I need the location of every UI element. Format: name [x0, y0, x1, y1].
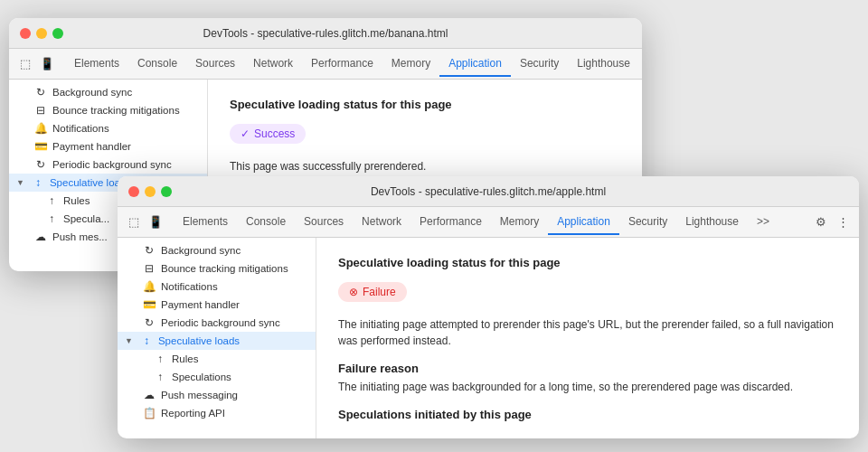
traffic-lights-2	[128, 186, 172, 197]
title-bar-2: DevTools - speculative-rules.glitch.me/a…	[118, 176, 859, 207]
sidebar-label-bounce-1: Bounce tracking mitigations	[52, 105, 180, 116]
toolbar-icons-1: ⬚ 📱	[16, 55, 56, 73]
tab-lighthouse-1[interactable]: Lighthouse	[568, 52, 639, 77]
section-title-2: Speculative loading status for this page	[338, 256, 837, 269]
bounce-icon-1: ⊟	[34, 104, 47, 117]
sidebar-item-background-sync-1[interactable]: ↻ Background sync	[9, 83, 207, 101]
tab-performance-2[interactable]: Performance	[410, 210, 491, 235]
tab-more-2[interactable]: >>	[748, 210, 778, 235]
tab-application-2[interactable]: Application	[548, 210, 619, 235]
tab-network-1[interactable]: Network	[244, 52, 302, 77]
device-icon[interactable]: 📱	[38, 55, 56, 73]
tab-console-1[interactable]: Console	[128, 52, 186, 77]
speculations-icon-1: ↑	[45, 212, 58, 225]
tab-sources-1[interactable]: Sources	[186, 52, 244, 77]
payment-icon-1: 💳	[34, 140, 47, 153]
tab-elements-1[interactable]: Elements	[65, 52, 128, 77]
bounce-icon-2: ⊟	[143, 262, 156, 275]
sidebar-item-periodic-2[interactable]: ↻ Periodic background sync	[118, 314, 316, 332]
sidebar-item-bounce-1[interactable]: ⊟ Bounce tracking mitigations	[9, 101, 207, 119]
devtools-body-2: ↻ Background sync ⊟ Bounce tracking miti…	[118, 238, 859, 438]
sidebar-item-speculations-2[interactable]: ↑ Speculations	[118, 368, 316, 386]
sidebar-item-notifications-2[interactable]: 🔔 Notifications	[118, 278, 316, 296]
maximize-button-1[interactable]	[52, 28, 63, 39]
minimize-button-1[interactable]	[36, 28, 47, 39]
failure-reason-title: Failure reason	[338, 362, 837, 375]
sidebar-item-notifications-1[interactable]: 🔔 Notifications	[9, 119, 207, 137]
rules-icon-2: ↑	[154, 353, 166, 365]
devtools-toolbar-2: ⬚ 📱 Elements Console Sources Network Per…	[118, 207, 859, 238]
push-icon-1: ☁	[34, 231, 47, 243]
sidebar-label-push-2: Push messaging	[161, 390, 238, 400]
sidebar-label-speculative-2: Speculative loads	[158, 335, 240, 346]
settings-icon-2[interactable]: ⚙	[812, 213, 830, 231]
sidebar-item-payment-2[interactable]: 💳 Payment handler	[118, 296, 316, 314]
push-icon-2: ☁	[143, 389, 156, 401]
arrow-icon-1: ▼	[16, 178, 24, 187]
devtools-toolbar-1: ⬚ 📱 Elements Console Sources Network Per…	[9, 49, 642, 80]
status-text-2: The initiating page attempted to prerend…	[338, 316, 837, 349]
sidebar-label-rules-1: Rules	[63, 195, 90, 206]
sidebar-label-periodic-2: Periodic background sync	[161, 317, 280, 328]
tab-memory-1[interactable]: Memory	[382, 52, 439, 77]
sidebar-item-rules-2[interactable]: ↑ Rules	[118, 350, 316, 368]
sidebar-item-speculative-2[interactable]: ▼ ↕ Speculative loads	[118, 332, 316, 350]
tab-elements-2[interactable]: Elements	[174, 210, 237, 235]
main-content-2: Speculative loading status for this page…	[316, 238, 859, 438]
status-badge-failure: ⊗ Failure	[338, 282, 407, 302]
speculations-icon-2: ↑	[154, 371, 166, 383]
maximize-button-2[interactable]	[161, 186, 172, 197]
tab-list-2: Elements Console Sources Network Perform…	[174, 210, 810, 235]
tab-memory-2[interactable]: Memory	[491, 210, 548, 235]
sidebar-label-bounce-2: Bounce tracking mitigations	[161, 263, 288, 274]
window-apple: DevTools - speculative-rules.glitch.me/a…	[118, 176, 859, 438]
tab-more-1[interactable]: >>	[639, 52, 642, 77]
toolbar-right-2: ⚙ ⋮	[812, 213, 852, 231]
arrow-icon-2: ▼	[125, 336, 133, 345]
rules-icon-1: ↑	[45, 194, 58, 207]
tab-console-2[interactable]: Console	[237, 210, 295, 235]
sidebar-item-push-2[interactable]: ☁ Push messaging	[118, 386, 316, 404]
tab-list-1: Elements Console Sources Network Perform…	[65, 52, 642, 77]
notifications-icon-1: 🔔	[34, 122, 47, 135]
close-button-2[interactable]	[128, 186, 139, 197]
tab-sources-2[interactable]: Sources	[295, 210, 353, 235]
failure-reason-text: The initiating page was backgrounded for…	[338, 381, 837, 393]
sidebar-item-payment-1[interactable]: 💳 Payment handler	[9, 137, 207, 155]
badge-icon-success: ✓	[241, 127, 250, 140]
toolbar-icons-2: ⬚ 📱	[125, 213, 165, 231]
inspect-icon-2[interactable]: ⬚	[125, 213, 143, 231]
tab-application-1[interactable]: Application	[439, 52, 511, 77]
sidebar-item-bounce-2[interactable]: ⊟ Bounce tracking mitigations	[118, 259, 316, 278]
badge-icon-failure: ⊗	[349, 286, 358, 298]
tab-security-2[interactable]: Security	[619, 210, 676, 235]
sidebar-label-notifications-2: Notifications	[161, 281, 218, 292]
sidebar-label-background-sync-2: Background sync	[161, 245, 241, 256]
reporting-icon-2: 📋	[143, 407, 156, 419]
device-icon-2[interactable]: 📱	[146, 213, 165, 231]
sync-icon-2: ↻	[143, 244, 156, 257]
speculations-title: Speculations initiated by this page	[338, 408, 837, 421]
sidebar-label-push-1: Push mes...	[52, 231, 108, 242]
sidebar-label-reporting-2: Reporting API	[161, 408, 225, 419]
more-options-icon-2[interactable]: ⋮	[834, 213, 852, 231]
minimize-button-2[interactable]	[145, 186, 156, 197]
tab-network-2[interactable]: Network	[353, 210, 410, 235]
sidebar-item-periodic-1[interactable]: ↻ Periodic background sync	[9, 155, 207, 174]
traffic-lights-1	[20, 28, 63, 39]
badge-label-success: Success	[254, 127, 295, 140]
sidebar-2: ↻ Background sync ⊟ Bounce tracking miti…	[118, 238, 316, 438]
sidebar-item-reporting-2[interactable]: 📋 Reporting API	[118, 404, 316, 422]
speculative-icon-1: ↕	[32, 176, 44, 189]
status-text-1: This page was successfully prerendered.	[230, 158, 620, 174]
close-button-1[interactable]	[20, 28, 31, 39]
inspect-icon[interactable]: ⬚	[16, 55, 34, 73]
tab-lighthouse-2[interactable]: Lighthouse	[676, 210, 748, 235]
sidebar-item-background-sync-2[interactable]: ↻ Background sync	[118, 241, 316, 259]
sidebar-label-notifications-1: Notifications	[52, 123, 109, 134]
notifications-icon-2: 🔔	[143, 280, 156, 293]
sidebar-label-payment-1: Payment handler	[52, 141, 131, 152]
window-title-1: DevTools - speculative-rules.glitch.me/b…	[203, 27, 448, 40]
tab-performance-1[interactable]: Performance	[302, 52, 382, 77]
tab-security-1[interactable]: Security	[511, 52, 568, 77]
